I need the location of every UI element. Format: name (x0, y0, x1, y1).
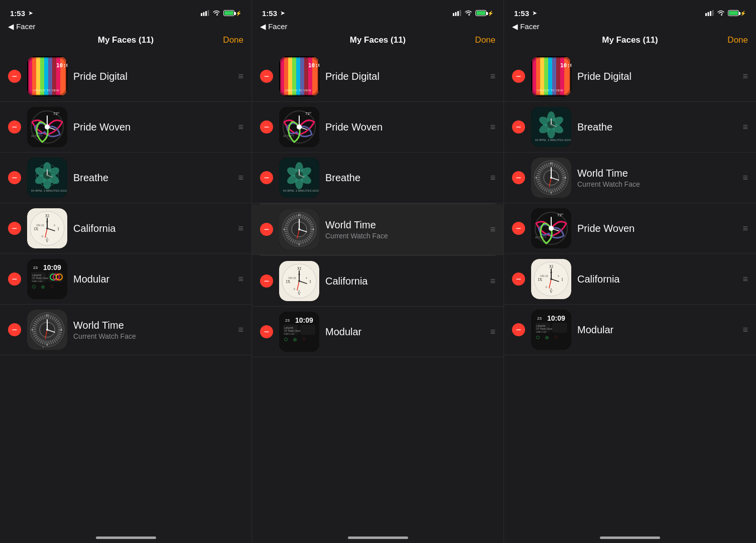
status-left-2: 1:53 ➤ (262, 9, 285, 18)
face-info-p2-4: World Time Current Watch Face (325, 219, 484, 240)
face-item-world-time-1: 12 3 6 9 ⊕ World Time Current Watch Face… (0, 305, 251, 355)
delete-btn-4[interactable] (8, 222, 21, 235)
drag-handle-p2-3[interactable]: ≡ (490, 173, 495, 183)
face-name-p2-2: Pride Woven (325, 121, 484, 133)
delete-btn-p2-6[interactable] (260, 325, 273, 338)
delete-btn-5[interactable] (8, 273, 21, 286)
face-info-p3-6: Modular (577, 324, 736, 336)
battery-icon-2 (475, 10, 486, 16)
face-thumb-pride-woven-1[interactable]: 72° ACTIVITY (27, 107, 67, 147)
phone-panel-1: 1:53 ➤ ⚡ ◀ Facer (0, 0, 252, 543)
svg-text:23: 23 (537, 316, 542, 321)
face-thumb-modular-1[interactable]: 23 10:09 Lafayette 72° Partly Cloudy H:8… (27, 259, 67, 299)
face-thumb-pw-2[interactable]: 72° ACTIVITY (279, 107, 319, 147)
back-nav-3[interactable]: ◀ Facer (504, 22, 756, 35)
face-thumb-wt-3[interactable]: 12 3 6 9 (531, 158, 571, 198)
done-button-1[interactable]: Done (223, 35, 243, 45)
drag-handle-4[interactable]: ≡ (238, 223, 243, 234)
drag-handle-p3-5[interactable]: ≡ (742, 274, 748, 285)
face-info-breathe-1: Breathe (73, 172, 232, 184)
svg-rect-0 (201, 13, 202, 16)
home-bar-3 (600, 536, 660, 539)
drag-handle-1[interactable]: ≡ (238, 71, 243, 82)
done-button-3[interactable]: Done (727, 35, 748, 45)
status-time-2: 1:53 (262, 9, 277, 18)
delete-btn-p3-3[interactable] (512, 171, 525, 184)
battery-icon-1 (223, 10, 234, 16)
face-thumb-cal-2[interactable]: XI I V IX ▼ FRI 23 8 4 5 (279, 261, 319, 301)
back-nav-1[interactable]: ◀ Facer (0, 22, 251, 35)
delete-btn-p3-1[interactable] (512, 70, 525, 83)
delete-btn-p3-2[interactable] (512, 120, 525, 133)
delete-btn-3[interactable] (8, 171, 21, 184)
drag-handle-p3-2[interactable]: ≡ (742, 122, 748, 132)
drag-handle-p2-2[interactable]: ≡ (490, 122, 495, 132)
svg-text:◎: ◎ (41, 285, 45, 289)
face-thumb-california-1[interactable]: XI I V IX ▼ FRI 23 8 4 5 (27, 208, 67, 248)
done-button-2[interactable]: Done (475, 35, 495, 45)
delete-btn-6[interactable] (8, 323, 21, 336)
delete-btn-p2-2[interactable] (260, 120, 273, 133)
drag-handle-p2-4[interactable]: ≡ (490, 224, 495, 235)
face-thumb-pw-3[interactable]: 72° ACTIVITY (531, 208, 571, 248)
svg-text:ACTIVITY: ACTIVITY (535, 236, 547, 239)
drag-handle-3[interactable]: ≡ (238, 173, 243, 183)
face-item-pd-3: 10:09 UNLOCK TO VIEW Pride Digital ≡ (504, 51, 756, 102)
svg-text:Lafayette: Lafayette (32, 274, 42, 277)
svg-rect-151 (705, 13, 707, 16)
back-nav-2[interactable]: ◀ Facer (252, 22, 503, 35)
face-item-california-2: XI I V IX ▼ FRI 23 8 4 5 California (252, 256, 503, 307)
face-info-p3-3: World Time Current Watch Face (577, 168, 736, 188)
face-thumb-pd-2[interactable]: 10:09 UNLOCK TO VIEW (279, 56, 319, 96)
delete-btn-2[interactable] (8, 120, 21, 133)
face-thumb-pd-3[interactable]: 10:09 UNLOCK TO VIEW (531, 56, 571, 96)
drag-handle-p2-1[interactable]: ≡ (490, 71, 495, 82)
drag-handle-p3-1[interactable]: ≡ (742, 71, 748, 82)
face-info-p2-3: Breathe (325, 172, 484, 184)
delete-btn-p2-5[interactable] (260, 275, 273, 288)
drag-handle-6[interactable]: ≡ (238, 325, 243, 335)
delete-btn-1[interactable] (8, 70, 21, 83)
drag-handle-2[interactable]: ≡ (238, 122, 243, 132)
status-right-2: ⚡ (453, 10, 493, 16)
svg-text:XI: XI (297, 266, 302, 271)
back-button-3[interactable]: ◀ Facer (512, 22, 540, 31)
delete-btn-p3-5[interactable] (512, 273, 525, 286)
face-thumb-breathe-2[interactable]: 64 BPM, 3 MINUTES AGO (279, 158, 319, 198)
delete-btn-p2-4[interactable] (260, 223, 273, 236)
back-button-1[interactable]: ◀ Facer (8, 22, 36, 31)
status-left-1: 1:53 ➤ (10, 9, 33, 18)
drag-handle-5[interactable]: ≡ (238, 274, 243, 285)
face-thumb-cal-3[interactable]: XI I V IX ▼ FRI 23 8 4 5 (531, 259, 571, 299)
svg-text:8: 8 (294, 288, 295, 291)
face-thumb-breathe-1[interactable]: 64 BPM, 3 MINUTES AGO (27, 158, 67, 198)
face-thumb-mod-2[interactable]: 23 10:09 Lafayette 72° Partly Cloudy H:8… (279, 312, 319, 352)
back-button-2[interactable]: ◀ Facer (260, 22, 288, 31)
delete-btn-p2-1[interactable] (260, 70, 273, 83)
home-indicator-1 (0, 526, 251, 543)
svg-text:9: 9 (536, 176, 537, 179)
face-thumb-pride-digital-1[interactable]: 10:09 UNLOCK TO VIEW (27, 56, 67, 96)
face-thumb-mod-3[interactable]: 23 10:09 Lafayette 72° Partly Cloudy H:8… (531, 310, 571, 350)
svg-text:IX: IX (286, 280, 291, 284)
svg-text:⬡: ⬡ (284, 337, 288, 342)
drag-handle-p3-4[interactable]: ≡ (742, 223, 748, 234)
face-thumb-wt-2[interactable]: 12 3 6 9 (279, 209, 319, 249)
delete-btn-p2-3[interactable] (260, 171, 273, 184)
svg-text:IX: IX (34, 227, 39, 231)
svg-text:3: 3 (565, 176, 566, 179)
face-item-california-1: XI I V IX ▼ FRI 23 8 4 5 California (0, 203, 251, 254)
delete-btn-p3-6[interactable] (512, 323, 525, 336)
drag-handle-p2-5[interactable]: ≡ (490, 276, 495, 287)
svg-text:3: 3 (313, 228, 314, 231)
svg-text:10:09: 10:09 (547, 314, 565, 322)
delete-btn-p3-4[interactable] (512, 222, 525, 235)
face-thumb-world-time-1[interactable]: 12 3 6 9 ⊕ (27, 310, 67, 350)
svg-text:72° Partly Cloudy: 72° Partly Cloudy (32, 277, 50, 280)
status-time-3: 1:53 (514, 9, 529, 18)
face-thumb-breathe-3[interactable]: 64 BPM, 3 MINUTES AGO (531, 107, 571, 147)
status-left-3: 1:53 ➤ (514, 9, 537, 18)
drag-handle-p2-6[interactable]: ≡ (490, 327, 495, 337)
drag-handle-p3-6[interactable]: ≡ (742, 325, 748, 335)
drag-handle-p3-3[interactable]: ≡ (742, 173, 748, 183)
